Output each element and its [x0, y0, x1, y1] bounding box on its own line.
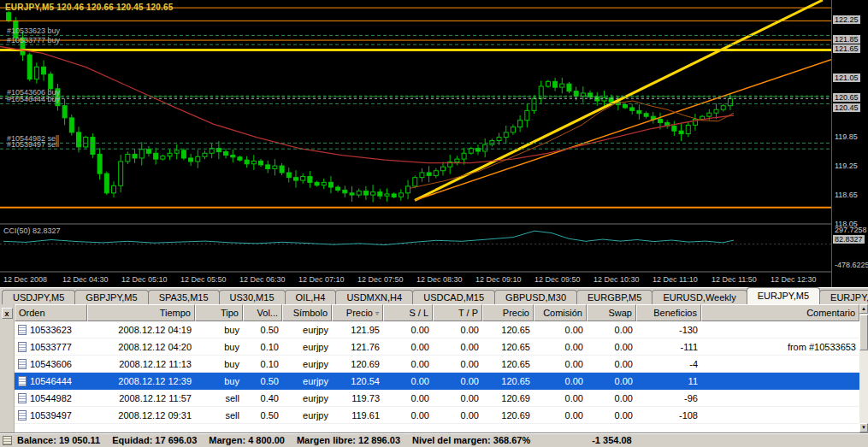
candlestick	[553, 81, 558, 87]
cell-volume: 0.10	[243, 356, 282, 372]
chart-tab-spa35-m15[interactable]: SPA35,M15	[148, 290, 220, 304]
chart-tab-eurjpy-m30[interactable]: EURJPY,M30	[819, 290, 868, 304]
candlestick	[293, 178, 298, 180]
chart-tab-eurgbp-m5[interactable]: EURGBP,M5	[576, 290, 652, 304]
status-segment: Nivel del margen: 368.67%	[412, 435, 530, 445]
candlestick	[154, 153, 158, 159]
cell-sl: 0.00	[383, 373, 433, 389]
candlestick	[343, 190, 347, 192]
candlestick	[231, 156, 235, 157]
column-header-price[interactable]: Precio	[482, 304, 534, 321]
column-header-type[interactable]: Tipo	[195, 304, 243, 321]
candlestick	[371, 192, 375, 195]
cell-comment	[701, 373, 859, 389]
candlestick	[62, 106, 67, 118]
order-level-label: #10533623 buy	[7, 26, 61, 35]
cell-tp: 0.00	[433, 373, 482, 389]
order-level-label: #10533777 buy	[7, 36, 61, 44]
candlestick	[315, 182, 319, 185]
cell-sl: 0.00	[383, 390, 433, 406]
column-header-order[interactable]: Orden	[15, 304, 87, 321]
account-status-text: Balance: 19 050.11Equidad: 17 696.03Marg…	[17, 435, 542, 445]
column-header-swap[interactable]: Swap	[587, 304, 636, 321]
column-header-profit[interactable]: Beneficios	[636, 304, 701, 321]
column-header-open_price[interactable]: Precio▿	[332, 304, 383, 321]
close-terminal-button[interactable]: x	[2, 308, 13, 319]
order-row-10533777[interactable]: 105337772008.12.12 04:20buy0.10eurjpy121…	[15, 338, 859, 356]
cell-time: 2008.12.12 11:57	[87, 390, 195, 406]
cell-order: 10539497	[15, 407, 87, 423]
status-segment: Equidad: 17 696.03	[112, 435, 197, 445]
candlestick	[546, 81, 550, 86]
column-header-sl[interactable]: S / L	[383, 304, 433, 321]
candlestick	[385, 194, 389, 196]
scrollbar-down-arrow-icon[interactable]: ▼	[859, 423, 868, 432]
price-axis-label: 121.05	[833, 74, 860, 82]
cci-indicator-label: CCI(50) 82.8327	[3, 226, 61, 235]
candlestick	[146, 150, 151, 154]
cell-volume: 0.50	[243, 373, 282, 389]
cell-time: 2008.12.12 09:31	[87, 407, 195, 423]
order-row-10544982[interactable]: 105449822008.12.12 11:57sell0.40eurjpy11…	[15, 390, 859, 407]
scrollbar-track[interactable]	[859, 351, 868, 423]
order-level-label: #10546444 buy	[7, 95, 61, 103]
cell-price: 120.65	[482, 321, 534, 338]
chart-tab-us30-m15[interactable]: US30,M15	[219, 290, 286, 304]
cell-commission: 0.00	[534, 338, 587, 355]
time-axis-label: 12 Dec 11:10	[652, 275, 698, 284]
candlestick	[462, 153, 466, 159]
cell-volume: 0.10	[243, 338, 282, 355]
column-header-tp[interactable]: T / P	[433, 304, 482, 321]
cci-indicator-line	[3, 231, 734, 244]
candlestick	[27, 55, 32, 79]
column-header-symbol[interactable]: Símbolo	[282, 304, 332, 321]
table-scrollbar[interactable]: ▲ ▼	[859, 304, 868, 432]
order-row-10546444[interactable]: 105464442008.12.12 12:39buy0.50eurjpy120…	[15, 373, 859, 390]
candlestick	[399, 193, 403, 197]
chart-area[interactable]: #10533623 buy#10533777 buy#10543606 buy#…	[0, 0, 868, 287]
cell-type: buy	[195, 338, 243, 355]
candlestick	[686, 125, 690, 133]
scrollbar-thumb[interactable]	[859, 315, 868, 350]
column-header-time[interactable]: Tiempo	[87, 304, 195, 321]
trendline[interactable]	[415, 60, 831, 201]
cell-open_price: 119.73	[332, 390, 383, 406]
chart-tab-usdjpy-m5[interactable]: USDJPY,M5	[2, 290, 75, 304]
column-header-volume[interactable]: Vol...	[243, 304, 282, 321]
candlestick	[658, 120, 662, 123]
cell-sl: 0.00	[383, 321, 433, 338]
chart-tab-gbpjpy-m5[interactable]: GBPJPY,M5	[74, 290, 148, 304]
order-row-10543606[interactable]: 105436062008.12.12 11:13buy0.10eurjpy120…	[15, 356, 859, 373]
price-axis-label: 120.45	[833, 103, 860, 112]
column-header-commission[interactable]: Comisión	[534, 304, 587, 321]
status-segment: Margen libre: 12 896.03	[297, 435, 400, 445]
candlestick	[560, 84, 564, 87]
order-row-10539497[interactable]: 105394972008.12.12 09:31sell0.50eurjpy11…	[15, 407, 859, 424]
cell-profit: -111	[636, 338, 701, 355]
scrollbar-up-arrow-icon[interactable]: ▲	[859, 304, 868, 314]
chart-canvas[interactable]: #10533623 buy#10533777 buy#10543606 buy#…	[0, 0, 831, 287]
trendline[interactable]	[415, 0, 823, 200]
chart-tab-usdcad-m15[interactable]: USDCAD,M15	[412, 290, 495, 304]
column-header-comment[interactable]: Comentario	[701, 304, 859, 321]
chart-tab-gbpusd-m30[interactable]: GBPUSD,M30	[494, 290, 577, 304]
candlestick	[378, 192, 382, 197]
candlestick	[434, 171, 438, 176]
candlestick	[637, 110, 641, 113]
candlestick	[196, 156, 200, 162]
candlestick	[286, 173, 291, 178]
chart-tab-oil-h4[interactable]: OIL,H4	[285, 290, 337, 304]
time-axis-label: 12 Dec 05:10	[121, 275, 168, 284]
price-axis[interactable]: 122.25121.85121.65121.05120.65120.45119.…	[831, 0, 868, 287]
chart-tab-usdmxn-h4[interactable]: USDMXN,H4	[335, 290, 413, 304]
cell-order: 10533623	[15, 321, 87, 338]
price-axis-label: 121.85	[833, 35, 860, 44]
candlestick	[707, 113, 712, 116]
cell-symbol: eurjpy	[282, 321, 332, 338]
candlestick	[133, 154, 137, 158]
candlestick	[245, 160, 249, 164]
chart-tab-eurjpy-m5[interactable]: EURJPY,M5	[747, 287, 820, 304]
order-row-10533623[interactable]: 105336232008.12.12 04:19buy0.50eurjpy121…	[15, 321, 859, 338]
candlestick	[406, 186, 410, 193]
chart-tab-eurusd-weekly[interactable]: EURUSD,Weekly	[652, 290, 747, 304]
